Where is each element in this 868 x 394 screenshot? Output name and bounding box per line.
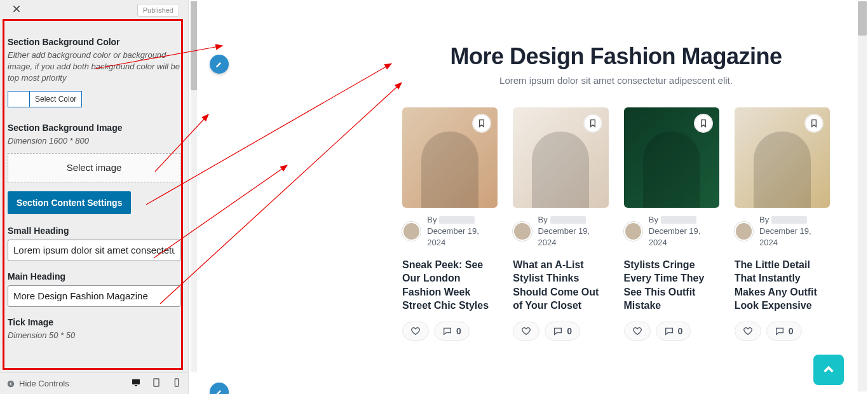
device-tablet-button[interactable] [151, 377, 161, 390]
pencil-icon [215, 60, 224, 69]
tablet-icon [151, 377, 161, 388]
card-title: The Little Detail That Instantly Makes A… [735, 258, 830, 313]
by-label: By [538, 214, 548, 226]
main-heading-input[interactable] [8, 285, 180, 307]
svg-rect-3 [154, 379, 159, 386]
author-name-redacted [661, 216, 696, 224]
pencil-icon [215, 388, 224, 394]
author-by-line: By [759, 214, 807, 226]
heart-icon [410, 326, 421, 336]
card-engagement: 0 [624, 322, 719, 341]
section-content-settings-button[interactable]: Section Content Settings [8, 191, 131, 214]
post-date: December 19, 2024 [427, 226, 479, 247]
preview-scrollbar-track [858, 1, 867, 391]
author-name-redacted [771, 216, 807, 224]
comment-icon [553, 326, 563, 336]
comment-icon [442, 326, 452, 336]
sidebar-scrollbar-thumb[interactable] [191, 1, 197, 90]
card-title: Sneak Peek: See Our London Fashion Week … [402, 258, 498, 313]
color-swatch [8, 92, 30, 107]
device-switcher [131, 377, 182, 390]
comments-button[interactable]: 0 [766, 322, 802, 341]
hero-title: More Design Fashion Magazine [402, 43, 830, 70]
card-meta: By December 19, 2024 [735, 214, 830, 249]
published-button[interactable]: Published [137, 4, 179, 17]
workspace: Published Section Background Color Eithe… [0, 0, 868, 394]
hide-controls-button[interactable]: Hide Controls [6, 379, 69, 388]
hide-controls-label: Hide Controls [19, 379, 69, 388]
card-engagement: 0 [735, 322, 830, 341]
like-button[interactable] [735, 322, 761, 341]
comments-button[interactable]: 0 [434, 322, 470, 341]
preview-pane: More Design Fashion Magazine Lorem ipsum… [189, 0, 868, 394]
post-card[interactable]: By December 19, 2024 Sneak Peek: See Our… [402, 107, 498, 341]
scroll-to-top-button[interactable] [813, 355, 844, 385]
by-label: By [427, 214, 437, 226]
like-button[interactable] [624, 322, 651, 341]
preview-scrollbar-thumb[interactable] [858, 1, 867, 36]
author-by-line: By [427, 214, 475, 226]
author-avatar [513, 222, 531, 241]
card-meta: By December 19, 2024 [402, 214, 498, 249]
heart-icon [743, 326, 753, 336]
post-date: December 19, 2024 [538, 226, 590, 247]
hero-subtitle: Lorem ipsum dolor sit amet consectetur a… [402, 75, 830, 86]
like-button[interactable] [513, 322, 539, 341]
author-by-line: By [538, 214, 586, 226]
comments-count: 0 [789, 326, 794, 336]
customizer-panel: Section Background Color Either add back… [0, 20, 188, 341]
card-engagement: 0 [513, 322, 608, 341]
card-thumbnail [513, 107, 608, 208]
bookmark-icon[interactable] [583, 114, 602, 133]
collapse-icon [6, 379, 15, 388]
customizer-sidebar: Published Section Background Color Eithe… [0, 0, 189, 394]
close-icon[interactable] [11, 4, 22, 16]
svg-rect-1 [132, 379, 140, 384]
author-name-redacted [439, 216, 475, 224]
card-thumbnail [624, 107, 719, 208]
bookmark-icon[interactable] [804, 114, 824, 133]
card-title: What an A-List Stylist Thinks Should Com… [513, 258, 608, 313]
main-heading-label: Main Heading [8, 271, 180, 282]
select-image-button[interactable]: Select image [8, 153, 180, 182]
card-title: Stylists Cringe Every Time They See This… [624, 258, 719, 313]
comments-button[interactable]: 0 [656, 322, 691, 341]
device-desktop-button[interactable] [131, 377, 141, 390]
edit-shortcut-button[interactable] [210, 55, 229, 74]
post-card[interactable]: By December 19, 2024 Stylists Cringe Eve… [624, 107, 719, 341]
heart-icon [521, 326, 531, 336]
sidebar-footer: Hide Controls [0, 372, 188, 394]
card-meta: By December 19, 2024 [624, 214, 719, 249]
by-label: By [649, 214, 658, 226]
mobile-icon [172, 377, 182, 388]
comments-button[interactable]: 0 [545, 322, 580, 341]
section-bg-color-label: Section Background Color [8, 37, 180, 47]
bookmark-icon[interactable] [694, 114, 713, 133]
small-heading-input[interactable] [8, 240, 180, 261]
svg-rect-2 [135, 385, 137, 386]
card-grid: By December 19, 2024 Sneak Peek: See Our… [402, 107, 830, 341]
svg-rect-4 [175, 379, 178, 386]
section-bg-color-help: Either add background color or backgroun… [8, 50, 180, 85]
section-bg-image-label: Section Background Image [8, 123, 180, 133]
like-button[interactable] [402, 322, 429, 341]
heart-icon [632, 326, 642, 336]
small-heading-label: Small Heading [8, 226, 180, 236]
card-meta: By December 19, 2024 [513, 214, 608, 249]
post-date: December 19, 2024 [759, 226, 811, 247]
card-thumbnail [402, 107, 498, 208]
tick-image-help: Dimension 50 * 50 [8, 330, 180, 341]
post-card[interactable]: By December 19, 2024 The Little Detail T… [735, 107, 830, 341]
author-avatar [402, 222, 421, 241]
author-avatar [735, 222, 753, 241]
author-name-redacted [550, 216, 586, 224]
device-mobile-button[interactable] [172, 377, 182, 390]
svg-point-0 [8, 380, 15, 387]
desktop-icon [131, 377, 141, 388]
chevron-up-icon [822, 363, 836, 377]
post-card[interactable]: By December 19, 2024 What an A-List Styl… [513, 107, 608, 341]
comments-count: 0 [678, 326, 683, 336]
author-by-line: By [649, 214, 696, 226]
card-thumbnail [735, 107, 830, 208]
select-color-button[interactable]: Select Color [8, 91, 82, 107]
